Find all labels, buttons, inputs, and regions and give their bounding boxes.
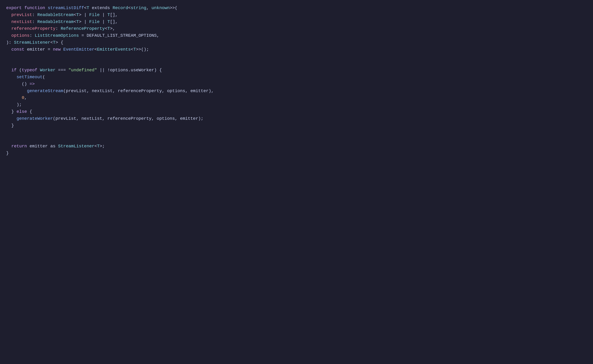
token-default: ( <box>63 89 66 93</box>
token-default: : <box>32 13 37 17</box>
token-arrow: => <box>29 82 35 86</box>
token-default: , <box>157 33 159 38</box>
token-kw-const: const <box>11 47 24 52</box>
token-default: = <box>45 47 53 52</box>
token-default: : <box>32 20 37 24</box>
token-var-name: emitter <box>29 144 48 149</box>
token-kw-if: if <box>11 68 17 72</box>
token-type-name: T <box>76 13 79 17</box>
token-type-name: StreamListener <box>58 144 94 149</box>
token-param-name: options <box>11 33 30 38</box>
token-default <box>6 33 11 38</box>
token-var-name: emitter <box>27 47 45 52</box>
token-default: ) { <box>154 68 162 72</box>
code-line: nextList: ReadableStream<T> | File | T[]… <box>6 19 587 26</box>
code-line: return emitter as StreamListener<T>; <box>6 143 587 150</box>
token-var-name: emitter <box>191 89 209 93</box>
code-line: referenceProperty: ReferenceProperty<T>, <box>6 25 587 32</box>
code-line: if (typeof Worker === "undefined" || !op… <box>6 67 587 74</box>
token-var-name: options <box>167 89 185 93</box>
code-line: () => <box>6 81 587 88</box>
token-default <box>6 75 17 79</box>
token-default: < <box>94 47 97 52</box>
token-default: } <box>6 109 17 114</box>
token-type-name: File <box>89 20 100 24</box>
token-default: > { <box>55 40 63 45</box>
token-default: , <box>76 116 82 121</box>
token-type-name: EmitterEvents <box>97 47 131 52</box>
token-default: > | <box>79 20 89 24</box>
token-type-name: ReadableStream <box>37 13 74 17</box>
token-default <box>6 68 11 72</box>
token-default: < <box>74 20 76 24</box>
token-var-name: options <box>110 68 128 72</box>
token-var-name: options <box>157 116 175 121</box>
token-default <box>24 47 27 52</box>
token-type-name: T <box>97 144 100 149</box>
token-default: { <box>27 109 32 114</box>
token-default <box>6 144 11 149</box>
token-type-name: Worker <box>40 68 55 72</box>
token-default: < <box>84 6 87 10</box>
token-default <box>27 144 29 149</box>
code-line: 0, <box>6 94 587 101</box>
token-default: >>() <box>136 47 146 52</box>
code-line <box>6 53 587 60</box>
code-line <box>6 136 587 143</box>
token-default <box>6 116 17 121</box>
token-default: | <box>100 13 107 17</box>
token-type-name: T <box>107 13 110 17</box>
token-default: ; <box>146 47 149 52</box>
token-kw-typeof: typeof <box>22 68 37 72</box>
token-default: >; <box>100 144 105 149</box>
token-default <box>61 47 63 52</box>
token-var-name: useWorker <box>131 68 154 72</box>
token-var-name: emitter <box>180 116 198 121</box>
token-default: < <box>94 144 97 149</box>
token-default: ); <box>198 116 203 121</box>
token-default: , <box>87 89 92 93</box>
token-default: ); <box>6 102 22 107</box>
token-fn-name: generateWorker <box>17 116 53 121</box>
token-string: "undefined" <box>68 68 97 72</box>
token-default: >> <box>170 6 175 10</box>
token-default: as <box>48 144 58 149</box>
token-type-name: ListStreamOptions <box>35 33 79 38</box>
token-default: < <box>131 47 133 52</box>
token-default: , <box>185 89 191 93</box>
token-default: === <box>55 68 68 72</box>
code-line: } <box>6 150 587 157</box>
code-line: options: ListStreamOptions = DEFAULT_LIS… <box>6 32 587 39</box>
token-type-name: ReferenceProperty <box>61 26 105 31</box>
code-line: generateStream(prevList, nextList, refer… <box>6 88 587 95</box>
token-type-name: T <box>87 6 89 10</box>
token-default: } <box>6 151 9 156</box>
token-type-name: File <box>89 13 100 17</box>
token-kw-new: new <box>53 47 60 52</box>
token-type-name: ReadableStream <box>37 20 74 24</box>
token-default <box>6 89 27 93</box>
code-line: ); <box>6 101 587 108</box>
token-param-name: prevList <box>11 13 32 17</box>
code-editor: export function streamListDiff<T extends… <box>6 5 587 157</box>
token-var-name: referenceProperty <box>118 89 162 93</box>
token-type-name: StreamListener <box>14 40 50 45</box>
token-default: , <box>152 116 157 121</box>
token-default: , <box>146 6 152 10</box>
token-var-name: prevList <box>66 89 86 93</box>
token-type-name: T <box>133 47 136 52</box>
token-default: extends <box>89 6 112 10</box>
code-line: setTimeout( <box>6 74 587 81</box>
token-type-name: string <box>131 6 146 10</box>
token-default: , <box>162 89 167 93</box>
token-var-name: nextList <box>81 116 102 121</box>
token-type-name: T <box>107 20 110 24</box>
token-default: () <box>6 82 29 86</box>
token-default <box>6 47 11 52</box>
token-fn-name: streamListDiff <box>48 6 84 10</box>
code-line <box>6 129 587 136</box>
code-line: const emitter = new EventEmitter<Emitter… <box>6 46 587 53</box>
token-fn-name: setTimeout <box>17 75 42 79</box>
token-default: ): <box>6 40 14 45</box>
token-default <box>6 20 11 24</box>
